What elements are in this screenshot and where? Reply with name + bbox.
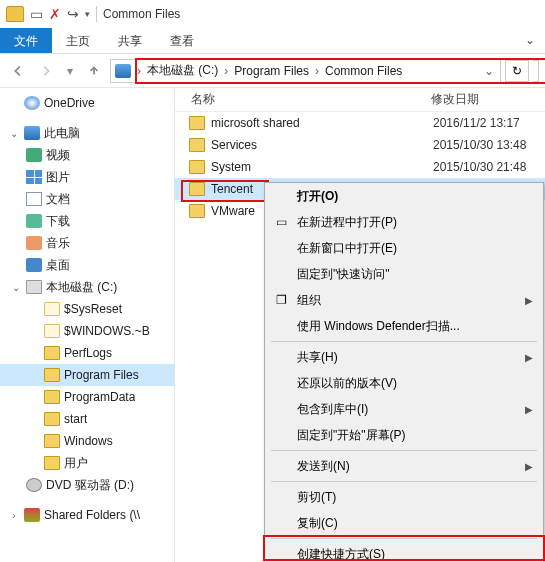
quick-access-toolbar: ▭ ✗ ↪ ▾ [30, 6, 90, 22]
chevron-right-icon[interactable]: › [135, 64, 143, 78]
folder-icon [44, 368, 60, 382]
nav-music[interactable]: 音乐 [0, 232, 174, 254]
folder-icon [189, 138, 205, 152]
music-icon [26, 236, 42, 250]
nav-users[interactable]: 用户 [0, 452, 174, 474]
folder-icon [44, 346, 60, 360]
chevron-right-icon[interactable]: › [222, 64, 230, 78]
separator [271, 538, 537, 539]
nav-videos[interactable]: 视频 [0, 144, 174, 166]
search-input[interactable] [533, 60, 539, 82]
documents-icon [26, 192, 42, 206]
title-bar: ▭ ✗ ↪ ▾ Common Files [0, 0, 545, 28]
ctx-pin-quick-access[interactable]: 固定到"快速访问" [265, 261, 543, 287]
videos-icon [26, 148, 42, 162]
nav-programdata[interactable]: ProgramData [0, 386, 174, 408]
tab-view[interactable]: 查看 [156, 28, 208, 53]
qat-dropdown-icon[interactable]: ▾ [85, 9, 90, 19]
pictures-icon [26, 170, 42, 184]
nav-perflogs[interactable]: PerfLogs [0, 342, 174, 364]
ctx-open[interactable]: 打开(O) [265, 183, 543, 209]
window-title: Common Files [103, 7, 180, 21]
ctx-share[interactable]: 共享(H)▶ [265, 344, 543, 370]
list-item[interactable]: System2015/10/30 21:48 [175, 156, 545, 178]
ctx-restore-versions[interactable]: 还原以前的版本(V) [265, 370, 543, 396]
recent-dropdown-icon[interactable]: ▾ [62, 59, 78, 83]
address-dropdown-icon[interactable]: ⌄ [478, 64, 500, 78]
nav-drive-c[interactable]: ⌄本地磁盘 (C:) [0, 276, 174, 298]
chevron-right-icon[interactable]: › [313, 64, 321, 78]
shared-folders-icon [24, 508, 40, 522]
submenu-arrow-icon: ▶ [525, 352, 533, 363]
nav-onedrive[interactable]: OneDrive [0, 92, 174, 114]
forward-button[interactable] [34, 59, 58, 83]
refresh-button[interactable]: ↻ [505, 60, 529, 82]
list-item[interactable]: Services2015/10/30 13:48 [175, 134, 545, 156]
tab-file[interactable]: 文件 [0, 28, 52, 53]
properties-icon[interactable]: ▭ [30, 6, 43, 22]
drive-icon [26, 280, 42, 294]
col-name[interactable]: 名称 [175, 91, 425, 108]
downloads-icon [26, 214, 42, 228]
nav-pictures[interactable]: 图片 [0, 166, 174, 188]
crumb-programfiles[interactable]: Program Files [230, 64, 313, 78]
nav-documents[interactable]: 文档 [0, 188, 174, 210]
dvd-icon [26, 478, 42, 492]
nav-downloads[interactable]: 下载 [0, 210, 174, 232]
ribbon-expand-icon[interactable]: ⌄ [515, 28, 545, 53]
ctx-send-to[interactable]: 发送到(N)▶ [265, 453, 543, 479]
organize-icon: ❐ [273, 292, 289, 308]
redo-icon[interactable]: ↪ [67, 6, 79, 22]
ctx-organize[interactable]: ❐组织▶ [265, 287, 543, 313]
ctx-include-in-library[interactable]: 包含到库中(I)▶ [265, 396, 543, 422]
undo-icon[interactable]: ✗ [49, 6, 61, 22]
nav-start[interactable]: start [0, 408, 174, 430]
folder-icon [189, 182, 205, 196]
context-menu: 打开(O) ▭在新进程中打开(P) 在新窗口中打开(E) 固定到"快速访问" ❐… [264, 182, 544, 562]
submenu-arrow-icon: ▶ [525, 295, 533, 306]
up-button[interactable] [82, 59, 106, 83]
tab-home[interactable]: 主页 [52, 28, 104, 53]
nav-this-pc[interactable]: ⌄此电脑 [0, 122, 174, 144]
address-bar[interactable]: › 本地磁盘 (C:) › Program Files › Common Fil… [110, 59, 501, 83]
separator [96, 6, 97, 22]
submenu-arrow-icon: ▶ [525, 461, 533, 472]
ctx-defender-scan[interactable]: 使用 Windows Defender扫描... [265, 313, 543, 339]
ctx-copy[interactable]: 复制(C) [265, 510, 543, 536]
crumb-commonfiles[interactable]: Common Files [321, 64, 406, 78]
folder-icon [44, 434, 60, 448]
ctx-cut[interactable]: 剪切(T) [265, 484, 543, 510]
folder-icon [44, 324, 60, 338]
separator [271, 341, 537, 342]
nav-windowsbt[interactable]: $WINDOWS.~B [0, 320, 174, 342]
desktop-icon [26, 258, 42, 272]
ctx-create-shortcut[interactable]: 创建快捷方式(S) [265, 541, 543, 562]
tab-share[interactable]: 共享 [104, 28, 156, 53]
folder-icon [189, 116, 205, 130]
ctx-open-new-window[interactable]: 在新窗口中打开(E) [265, 235, 543, 261]
separator [271, 450, 537, 451]
back-button[interactable] [6, 59, 30, 83]
nav-programfiles[interactable]: Program Files [0, 364, 174, 386]
nav-shared-folders[interactable]: ›Shared Folders (\\ [0, 504, 174, 526]
nav-dvd[interactable]: DVD 驱动器 (D:) [0, 474, 174, 496]
column-headers[interactable]: 名称 修改日期 [175, 88, 545, 112]
ctx-pin-to-start[interactable]: 固定到"开始"屏幕(P) [265, 422, 543, 448]
onedrive-icon [24, 96, 40, 110]
col-modified[interactable]: 修改日期 [425, 91, 545, 108]
crumb-drive[interactable]: 本地磁盘 (C:) [143, 62, 222, 79]
nav-desktop[interactable]: 桌面 [0, 254, 174, 276]
ctx-open-new-process[interactable]: ▭在新进程中打开(P) [265, 209, 543, 235]
pc-icon [115, 64, 131, 78]
submenu-arrow-icon: ▶ [525, 404, 533, 415]
nav-sysreset[interactable]: $SysReset [0, 298, 174, 320]
folder-icon [44, 412, 60, 426]
separator [271, 481, 537, 482]
ribbon-tabs: 文件 主页 共享 查看 ⌄ [0, 28, 545, 54]
navigation-pane: OneDrive ⌄此电脑 视频 图片 文档 下载 音乐 桌面 ⌄本地磁盘 (C… [0, 88, 175, 562]
folder-icon [44, 456, 60, 470]
list-item[interactable]: microsoft shared2016/11/2 13:17 [175, 112, 545, 134]
window-folder-icon [6, 6, 24, 22]
nav-windows[interactable]: Windows [0, 430, 174, 452]
folder-icon [44, 302, 60, 316]
